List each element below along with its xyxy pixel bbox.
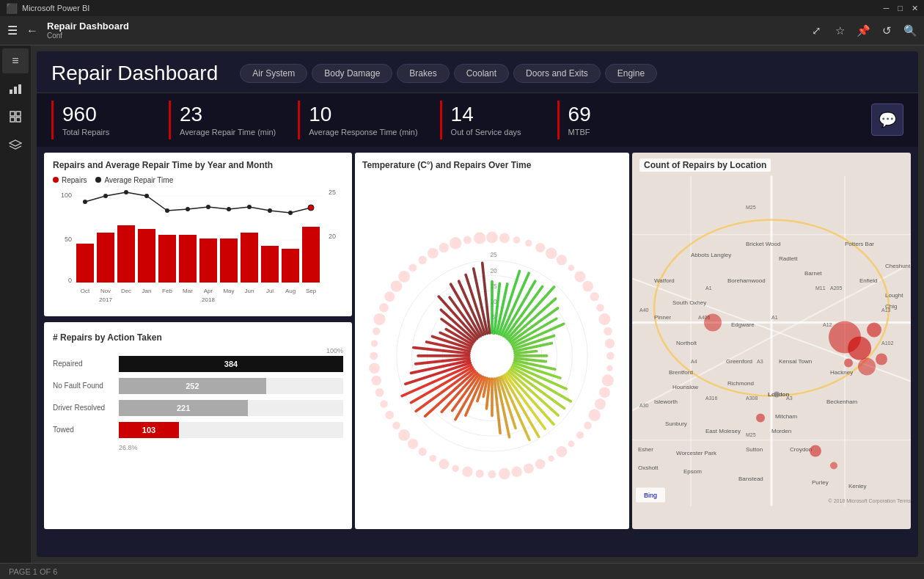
sidebar-home-btn[interactable]: ≡ [2, 48, 29, 73]
svg-point-166 [418, 255, 427, 264]
hbar-towed: Towed 103 [53, 422, 343, 438]
svg-point-21 [206, 205, 210, 209]
star-icon[interactable]: ☆ [833, 24, 846, 37]
svg-text:Esher: Esher [638, 445, 653, 452]
tab-engine[interactable]: Engine [605, 64, 657, 83]
svg-text:Mar: Mar [183, 288, 193, 294]
svg-text:Pinner: Pinner [654, 313, 671, 320]
svg-point-138 [535, 459, 546, 469]
svg-point-169 [450, 237, 462, 250]
expand-icon[interactable]: ⤢ [810, 24, 823, 37]
bar-chart-svg: 100 50 0 25 20 [53, 189, 343, 306]
svg-text:Lought: Lought [885, 291, 903, 298]
svg-text:Dec: Dec [121, 288, 131, 294]
svg-point-23 [247, 205, 252, 209]
map-box: Count of Repairs by Location [632, 153, 911, 529]
svg-text:Apr: Apr [204, 288, 213, 294]
svg-point-120 [574, 271, 585, 282]
page-info: PAGE 1 OF 6 [9, 567, 57, 576]
svg-point-240 [844, 358, 853, 367]
svg-text:A12: A12 [823, 321, 832, 327]
svg-point-156 [369, 363, 380, 374]
svg-point-238 [867, 322, 881, 337]
svg-point-150 [398, 429, 410, 441]
svg-text:A40: A40 [639, 307, 649, 312]
svg-point-22 [227, 207, 231, 211]
svg-point-18 [144, 194, 149, 198]
search-icon[interactable]: 🔍 [903, 24, 917, 37]
svg-text:East Molesey: East Molesey [705, 427, 741, 434]
bar-jun [241, 233, 258, 283]
svg-point-20 [186, 207, 190, 211]
svg-text:Purley: Purley [812, 478, 829, 485]
kpi-out-of-service: 14 Out of Service days [440, 101, 557, 139]
main-content: Repair Dashboard Air System Body Damage … [31, 45, 924, 563]
avg-repair-line [85, 192, 311, 213]
svg-text:Chig: Chig [885, 302, 897, 309]
svg-point-244 [810, 445, 821, 456]
sidebar-chart-btn[interactable] [2, 76, 29, 101]
svg-text:May: May [223, 288, 234, 294]
svg-point-131 [595, 398, 606, 409]
maximize-btn[interactable]: □ [898, 4, 903, 13]
map-title: Count of Repairs by Location [639, 159, 771, 172]
app-icon: ⬛ [6, 3, 18, 14]
right-panel: Count of Repairs by Location [632, 153, 911, 529]
refresh-icon[interactable]: ↺ [880, 24, 893, 37]
svg-text:0: 0 [68, 277, 72, 284]
tab-coolant[interactable]: Coolant [454, 64, 509, 83]
close-btn[interactable]: ✕ [912, 4, 918, 13]
bar-may [220, 238, 238, 283]
svg-text:Jul: Jul [266, 288, 274, 294]
sidebar: ≡ [0, 45, 31, 563]
bar-aug [282, 249, 299, 283]
svg-point-140 [511, 466, 522, 477]
svg-point-121 [582, 280, 593, 291]
bar-chart-box: Repairs and Average Repair Time by Year … [44, 153, 352, 316]
svg-point-128 [606, 365, 612, 371]
minimize-btn[interactable]: ─ [884, 4, 890, 13]
svg-point-163 [391, 280, 403, 292]
chat-icon-btn[interactable]: 💬 [871, 103, 903, 136]
svg-text:A1: A1 [705, 285, 712, 290]
svg-point-113 [499, 233, 510, 243]
repairs-dot [53, 177, 59, 183]
svg-text:Hackney: Hackney [830, 368, 853, 375]
bar-chart-legend: Repairs Average Repair Time [53, 176, 343, 184]
bar-nov [97, 233, 114, 283]
svg-point-237 [848, 336, 871, 360]
svg-text:Banstead: Banstead [738, 475, 763, 481]
nav-tabs: Air System Body Damage Brakes Coolant Do… [240, 64, 657, 83]
hamburger-icon[interactable]: ☰ [7, 23, 18, 37]
back-arrow-icon[interactable]: ← [26, 24, 38, 37]
svg-text:Sutton: Sutton [746, 445, 763, 452]
pin-icon[interactable]: 📌 [857, 24, 870, 37]
svg-point-155 [371, 375, 381, 385]
circular-chart-svg: 25 20 15 10 5 0 /* bars rendered below *… [362, 176, 622, 520]
tab-doors-exits[interactable]: Doors and Exits [513, 64, 601, 83]
svg-text:Bricket Wood: Bricket Wood [746, 240, 780, 247]
svg-text:2018: 2018 [202, 296, 215, 303]
mid-panel: Temperature (C°) and Repairs Over Time [352, 153, 632, 529]
svg-text:Abbots Langley: Abbots Langley [691, 251, 731, 258]
svg-point-115 [525, 240, 532, 247]
svg-text:Epsom: Epsom [683, 467, 702, 474]
bar-jul [261, 246, 279, 283]
legend-avg-time: Average Repair Time [95, 176, 173, 184]
svg-point-129 [602, 374, 614, 386]
svg-point-127 [606, 352, 615, 360]
bar-dec [117, 225, 135, 283]
sidebar-grid-btn[interactable] [2, 104, 29, 129]
sidebar-layers-btn[interactable] [2, 132, 29, 157]
tab-brakes[interactable]: Brakes [397, 64, 449, 83]
svg-text:Nov: Nov [100, 288, 111, 294]
svg-point-133 [584, 421, 591, 429]
svg-text:A30: A30 [639, 402, 649, 407]
legend-repairs: Repairs [53, 176, 87, 184]
tab-air-system[interactable]: Air System [240, 64, 307, 83]
svg-text:A1: A1 [771, 314, 778, 319]
svg-point-124 [599, 313, 611, 325]
bar-chart-title: Repairs and Average Repair Time by Year … [53, 160, 343, 170]
bar-sep [302, 227, 320, 283]
tab-body-damage[interactable]: Body Damage [312, 64, 392, 83]
